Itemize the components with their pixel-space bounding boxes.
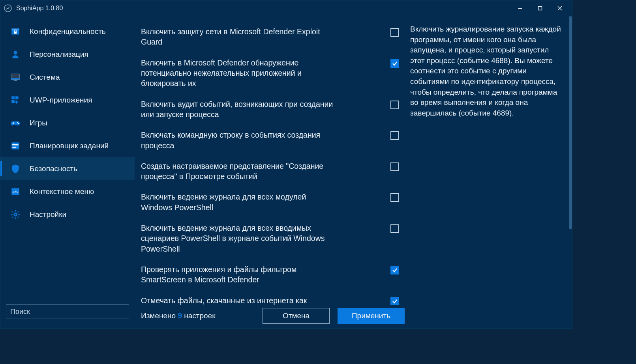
setting-row: Включить ведение журнала для всех вводим… [141,220,402,261]
main-content: Включить защиту сети в Microsoft Defende… [135,16,572,329]
setting-label: Включить ведение журнала для всех вводим… [141,223,338,254]
svg-point-25 [14,213,17,216]
setting-checkbox[interactable] [390,131,399,140]
app-title: SophiApp 1.0.80 [16,5,63,12]
sidebar-item-security[interactable]: Безопасность [0,157,135,180]
settings-icon [10,209,21,220]
sidebar-item-label: Безопасность [30,164,77,173]
setting-checkbox[interactable] [390,28,399,37]
sidebar: КонфиденциальностьПерсонализацияСистемаU… [0,16,135,329]
sidebar-item-label: Персонализация [30,50,88,59]
personalization-icon [10,49,21,60]
setting-checkbox[interactable] [390,162,399,171]
context-icon: </> [10,186,21,197]
svg-rect-11 [15,96,19,99]
setting-row: Включать командную строку в событиях соз… [141,127,402,158]
close-button[interactable] [551,2,569,14]
svg-rect-22 [12,147,16,148]
svg-line-32 [12,217,13,217]
setting-row: Создать настраиваемое представление "Соз… [141,158,402,189]
privacy-icon [10,26,21,37]
setting-label: Создать настраиваемое представление "Соз… [141,161,338,182]
settings-list: Включить защиту сети в Microsoft Defende… [141,16,406,305]
footer-bar: Изменено 9 настроек Отмена Применить [141,305,406,329]
sidebar-item-context[interactable]: </>Контекстное меню [0,180,135,203]
uwp-icon [10,95,21,106]
system-icon [10,72,21,83]
sidebar-item-system[interactable]: Система [0,66,135,89]
svg-rect-18 [13,122,14,124]
setting-checkbox[interactable] [390,193,399,202]
setting-label: Проверять приложения и файлы фильтром Sm… [141,264,338,285]
setting-checkbox[interactable] [390,266,399,274]
svg-rect-14 [15,101,18,103]
setting-label: Включить защиту сети в Microsoft Defende… [141,26,338,47]
changed-prefix: Изменено [141,312,176,320]
sidebar-item-label: Настройки [30,210,66,219]
detail-text: Включить журналирование запуска каждой п… [410,24,565,118]
games-icon [10,118,21,129]
cancel-button[interactable]: Отмена [263,308,330,324]
svg-rect-1 [518,8,522,9]
maximize-button[interactable] [531,2,549,14]
svg-rect-21 [12,146,18,146]
changed-suffix: настроек [184,312,215,320]
setting-checkbox[interactable] [390,224,399,233]
setting-row: Включить защиту сети в Microsoft Defende… [141,23,402,54]
titlebar: SophiApp 1.0.80 [0,0,572,16]
setting-row: Отмечать файлы, скачанные из интернета к… [141,292,402,305]
detail-panel: Включить журналирование запуска каждой п… [406,16,572,329]
apply-button[interactable]: Применить [338,308,405,324]
sidebar-item-privacy[interactable]: Конфиденциальность [0,20,135,43]
svg-rect-2 [538,7,542,10]
svg-text:</>: </> [12,190,19,194]
setting-label: Включить в Microsoft Defender обнаружени… [141,58,338,89]
svg-point-15 [17,122,18,123]
changed-label: Изменено 9 настроек [141,312,216,320]
app-logo-icon [4,4,12,13]
sidebar-item-settings[interactable]: Настройки [0,203,135,226]
setting-checkbox[interactable] [390,101,399,109]
sidebar-item-label: UWP-приложения [30,96,92,105]
scrollbar-thumb[interactable] [569,16,572,229]
svg-rect-8 [11,78,20,79]
minimize-button[interactable] [511,2,529,14]
svg-line-31 [17,217,18,217]
setting-label: Включить аудит событий, возникающих при … [141,99,338,120]
sidebar-item-label: Система [30,73,60,82]
sidebar-item-personalization[interactable]: Персонализация [0,43,135,66]
setting-label: Включить ведение журнала для всех модуле… [141,192,338,213]
svg-line-33 [17,211,18,212]
setting-row: Проверять приложения и файлы фильтром Sm… [141,261,402,292]
svg-rect-10 [11,96,15,99]
svg-rect-20 [12,144,18,145]
sidebar-item-label: Конфиденциальность [30,27,106,36]
security-icon [10,163,21,174]
changed-count: 9 [178,312,182,320]
sidebar-item-games[interactable]: Игры [0,112,135,134]
sidebar-item-label: Планировщик заданий [30,142,109,150]
sidebar-item-label: Контекстное меню [30,187,94,196]
sidebar-item-uwp[interactable]: UWP-приложения [0,89,135,112]
svg-line-30 [12,211,13,212]
app-window: SophiApp 1.0.80 КонфиденциальностьПерсон… [0,0,572,329]
window-controls [511,2,569,14]
setting-checkbox[interactable] [390,297,399,305]
setting-row: Включить в Microsoft Defender обнаружени… [141,54,402,96]
svg-point-6 [14,51,17,54]
setting-row: Включить ведение журнала для всех модуле… [141,189,402,220]
setting-checkbox[interactable] [390,59,399,68]
svg-point-16 [18,123,19,124]
scheduler-icon [10,140,21,151]
setting-label: Включать командную строку в событиях соз… [141,130,338,151]
setting-label: Отмечать файлы, скачанные из интернета к… [141,295,338,305]
setting-row: Включить аудит событий, возникающих при … [141,96,402,127]
svg-rect-9 [14,80,17,81]
sidebar-item-label: Игры [30,119,47,127]
svg-rect-5 [14,32,17,34]
sidebar-item-scheduler[interactable]: Планировщик заданий [0,134,135,157]
search-input[interactable] [6,304,129,319]
svg-rect-12 [11,100,15,103]
